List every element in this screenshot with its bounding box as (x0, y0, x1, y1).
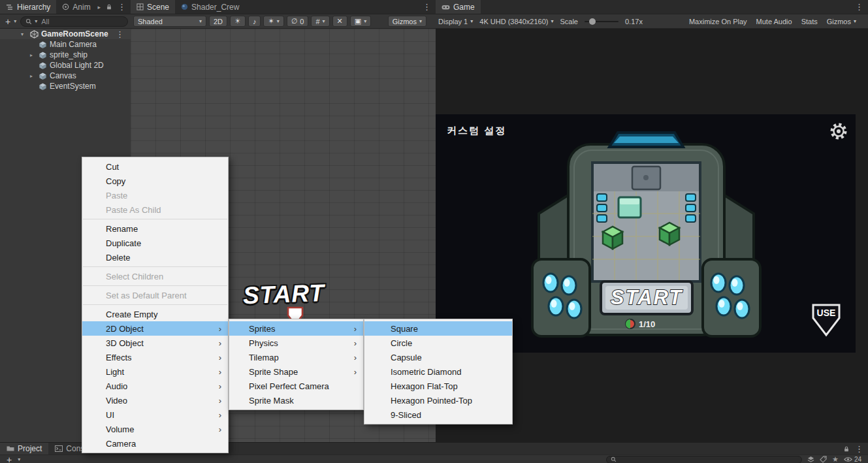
context-menu-item-volume[interactable]: Volume (82, 422, 228, 436)
display-dropdown[interactable]: Display 1 ▾ (438, 18, 473, 25)
slider-knob[interactable] (589, 18, 596, 25)
context-menu-item-video[interactable]: Video (82, 393, 228, 407)
submenu-sprites-item-circle[interactable]: Circle (364, 336, 512, 350)
gameobject-name: Canvas (50, 71, 76, 80)
use-button[interactable]: USE (813, 305, 839, 335)
context-menu-item-paste[interactable]: Paste (82, 188, 228, 202)
grid-settings-dropdown[interactable]: # ▾ (311, 16, 329, 27)
hierarchy-item-eventsystem[interactable]: EventSystem (0, 81, 131, 91)
game-render-frame[interactable]: 커스텀 설정 (436, 114, 856, 353)
stats-button[interactable]: Stats (801, 18, 818, 25)
hierarchy-item-sprite-ship[interactable]: sprite_ship (0, 50, 131, 60)
submenu-sprites-item-square[interactable]: Square (364, 321, 512, 336)
context-menu-item-ui[interactable]: UI (82, 407, 228, 422)
hierarchy-scene-row[interactable]: ▾ GameRoomScene ⋮ (0, 29, 131, 39)
tab-animation-partial[interactable]: Anim (56, 0, 96, 14)
context-menu-item-camera[interactable]: Camera (82, 436, 228, 451)
context-menu-item-select-children[interactable]: Select Children (82, 269, 228, 283)
submenu-2d-item-physics[interactable]: Physics (229, 336, 363, 350)
context-menu-item-light[interactable]: Light (82, 364, 228, 379)
tab-game-label: Game (453, 3, 475, 12)
tab-shader-crew[interactable]: Shader_Crew (175, 0, 245, 14)
hierarchy-search-input[interactable]: ▾ All (20, 16, 128, 27)
search-by-type-icon[interactable] (807, 456, 814, 463)
context-menu-item-duplicate[interactable]: Duplicate (82, 236, 228, 250)
submenu-arrow-icon (219, 325, 221, 333)
lock-icon[interactable] (843, 445, 850, 453)
settings-gear-icon[interactable] (832, 125, 845, 138)
effects-dropdown[interactable]: ✶ ▾ (263, 16, 283, 27)
submenu-2d-item-sprite-mask[interactable]: Sprite Mask (229, 393, 363, 407)
submenu-sprites-item-9-sliced[interactable]: 9-Sliced (364, 407, 512, 422)
submenu-arrow-icon (219, 353, 221, 362)
expand-arrow-icon[interactable] (30, 73, 36, 79)
context-menu-item-delete[interactable]: Delete (82, 250, 228, 264)
tool-settings-button[interactable]: ✕ (332, 16, 347, 27)
expand-arrow-icon[interactable] (30, 52, 36, 58)
hierarchy-item-global-light-2d[interactable]: Global Light 2D (0, 60, 131, 71)
tab-animation-label: Anim (72, 3, 90, 12)
tab-hierarchy[interactable]: Hierarchy (0, 0, 56, 14)
mute-audio-button[interactable]: Mute Audio (756, 18, 792, 25)
context-menu-item-paste-as-child[interactable]: Paste As Child (82, 202, 228, 217)
collapse-arrow-icon[interactable]: ▾ (21, 31, 27, 37)
camera-settings-dropdown[interactable]: ▣ ▾ (350, 16, 371, 27)
shading-mode-dropdown[interactable]: Shaded ▾ (133, 16, 206, 27)
tab-game[interactable]: Game (436, 0, 481, 14)
submenu-sprites: Square Circle Capsule Isometric Diamond … (364, 319, 513, 424)
context-menu-item-create-empty[interactable]: Create Empty (82, 307, 228, 321)
hierarchy-menu-icon[interactable]: ⋮ (118, 3, 126, 11)
submenu-sprites-item-hexagon-flat-top[interactable]: Hexagon Flat-Top (364, 379, 512, 393)
scene-audio-button[interactable]: ♪ (248, 16, 261, 27)
hidden-packages-toggle[interactable]: 24 (844, 456, 864, 463)
search-filter-icon[interactable]: ▾ (35, 18, 39, 24)
project-panel-menu-icon[interactable]: ⋮ (855, 445, 863, 453)
context-menu-item-cut[interactable]: Cut (82, 159, 228, 174)
maximize-on-play-button[interactable]: Maximize On Play (689, 18, 747, 25)
hierarchy-item-main-camera[interactable]: Main Camera (0, 39, 131, 50)
resolution-dropdown[interactable]: 4K UHD (3840x2160) ▾ (479, 18, 553, 25)
tab-scroll-right-icon[interactable]: ▸ (97, 4, 101, 10)
create-object-button[interactable]: + (3, 16, 11, 27)
tab-project[interactable]: Project (0, 443, 48, 455)
submenu-2d-item-sprite-shape[interactable]: Sprite Shape (229, 364, 363, 379)
game-tabstrip: Game ⋮ (436, 0, 868, 14)
context-menu-item-copy[interactable]: Copy (82, 174, 228, 188)
context-menu-item-effects[interactable]: Effects (82, 350, 228, 364)
hierarchy-item-canvas[interactable]: Canvas (0, 71, 131, 81)
menu-item-label: Volume (106, 424, 134, 434)
submenu-2d-item-tilemap[interactable]: Tilemap (229, 350, 363, 364)
submenu-2d-item-pixel-perfect-camera[interactable]: Pixel Perfect Camera (229, 379, 363, 393)
scene-lighting-button[interactable]: ☀ (230, 16, 246, 27)
gizmos-label: Gizmos (393, 18, 417, 25)
grid-icon: # (315, 18, 319, 25)
submenu-sprites-item-capsule[interactable]: Capsule (364, 350, 512, 364)
scene-menu-icon[interactable]: ⋮ (116, 30, 131, 39)
toggle-2d-button[interactable]: 2D (209, 16, 227, 27)
context-menu-item-3d-object[interactable]: 3D Object (82, 336, 228, 350)
project-create-dropdown-icon[interactable]: ▾ (18, 456, 22, 462)
submenu-sprites-item-isometric-diamond[interactable]: Isometric Diamond (364, 364, 512, 379)
menu-separator (83, 266, 227, 267)
scene-panel-menu-icon[interactable]: ⋮ (423, 3, 431, 11)
tab-scene[interactable]: Scene (131, 0, 175, 14)
submenu-2d-item-sprites[interactable]: Sprites (229, 321, 363, 336)
lock-icon[interactable] (106, 3, 112, 10)
context-menu-item-rename[interactable]: Rename (82, 221, 228, 236)
search-by-label-icon[interactable] (820, 456, 827, 463)
save-search-star-icon[interactable]: ★ (832, 456, 839, 463)
context-menu-item-audio[interactable]: Audio (82, 379, 228, 393)
project-search-input[interactable] (606, 456, 802, 463)
scale-slider[interactable] (585, 18, 619, 25)
game-gizmos-dropdown[interactable]: Gizmos ▾ (827, 18, 856, 25)
context-menu-item-2d-object[interactable]: 2D Object (82, 321, 228, 336)
submenu-sprites-item-hexagon-pointed-top[interactable]: Hexagon Pointed-Top (364, 393, 512, 407)
create-object-dropdown-icon[interactable]: ▾ (14, 18, 18, 24)
scene-gizmos-dropdown[interactable]: Gizmos ▾ (388, 16, 426, 27)
start-button[interactable]: START (601, 281, 692, 314)
menu-item-label: Audio (106, 381, 127, 391)
game-panel-menu-icon[interactable]: ⋮ (855, 3, 863, 11)
context-menu-item-set-as-default-parent[interactable]: Set as Default Parent (82, 288, 228, 302)
project-create-button[interactable]: + (4, 455, 12, 463)
scene-visibility-button[interactable]: ∅ 0 (287, 16, 309, 27)
